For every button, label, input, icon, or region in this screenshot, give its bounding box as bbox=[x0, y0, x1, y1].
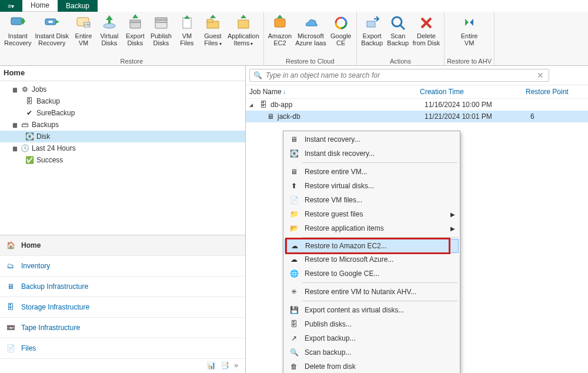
sidebar-tree: ▆⚙Jobs 🗄Backup ✔SureBackup ▆🗃Backups 💽Di… bbox=[0, 81, 245, 168]
clear-search-button[interactable]: ✕ bbox=[536, 71, 545, 80]
cm-restore-vm-files[interactable]: 📄Restore VM files... bbox=[285, 193, 459, 207]
tab-home[interactable]: Home bbox=[22, 0, 58, 12]
cm-instant-disk-recovery[interactable]: 💽Instant disk recovery... bbox=[285, 146, 459, 161]
menu-separator bbox=[302, 301, 457, 301]
vm-icon: 🖥 bbox=[288, 166, 300, 178]
ribbon: Instant Recovery Instant Disk Recovery V… bbox=[0, 12, 588, 66]
history-icon[interactable]: 📑 bbox=[220, 361, 229, 369]
cm-restore-app-items[interactable]: 📂Restore application items▶ bbox=[285, 221, 459, 235]
ribbon-group-label: Restore bbox=[121, 58, 143, 65]
col-creation-time[interactable]: Creation Time bbox=[420, 88, 526, 96]
azure-icon: ☁ bbox=[288, 254, 300, 265]
cm-restore-amazon-ec2[interactable]: ☁Restore to Amazon EC2... bbox=[285, 239, 459, 253]
azure-icon bbox=[302, 14, 319, 32]
chart-icon[interactable]: 📊 bbox=[207, 361, 216, 369]
tree-success[interactable]: ✅Success bbox=[0, 154, 245, 166]
disk-export-icon bbox=[126, 14, 144, 32]
aws-icon: ☁ bbox=[289, 240, 300, 252]
delete-from-disk-button[interactable]: Delete from Disk bbox=[411, 13, 442, 48]
nav-files[interactable]: 📄Files bbox=[0, 338, 245, 359]
sort-asc-icon: ↓ bbox=[283, 89, 286, 95]
export-backup-button[interactable]: Export Backup bbox=[359, 13, 385, 48]
virtual-disks-button[interactable]: Virtual Disks bbox=[96, 13, 122, 48]
tree-backups[interactable]: ▆🗃Backups bbox=[0, 119, 245, 131]
nav-inventory[interactable]: 🗂Inventory bbox=[0, 256, 245, 277]
guest-files-button[interactable]: Guest Files▾ bbox=[200, 13, 226, 49]
svg-rect-23 bbox=[238, 20, 249, 28]
context-menu: 🖥Instant recovery... 💽Instant disk recov… bbox=[283, 131, 460, 373]
entire-vm-button[interactable]: VM Entire VM bbox=[71, 13, 96, 48]
table-row[interactable]: 🖥 jack-db 11/21/2024 10:01 PM 6 bbox=[246, 111, 588, 122]
table-row[interactable]: ◢ 🗄 db-app 11/16/2024 10:00 PM bbox=[246, 99, 588, 111]
svg-text:VM: VM bbox=[84, 23, 89, 26]
vm-files-button[interactable]: VM Files bbox=[174, 13, 200, 48]
row-expander[interactable]: ◢ bbox=[249, 102, 256, 108]
instant-disk-recovery-button[interactable]: Instant Disk Recovery bbox=[33, 13, 70, 48]
vm-item-icon: 🖥 bbox=[266, 112, 275, 121]
disk-publish-icon: 🗄 bbox=[288, 318, 300, 330]
tree-jobs[interactable]: ▆⚙Jobs bbox=[0, 84, 245, 95]
cm-restore-microsoft-azure[interactable]: ☁Restore to Microsoft Azure... bbox=[285, 252, 459, 267]
disk-export-icon: 💾 bbox=[288, 304, 300, 316]
scan-backup-button[interactable]: Scan Backup bbox=[385, 13, 411, 48]
nav-storage-infra[interactable]: 🗄Storage Infrastructure bbox=[0, 297, 245, 318]
cm-instant-recovery[interactable]: 🖥Instant recovery... bbox=[285, 132, 459, 146]
tree-backup-job[interactable]: 🗄Backup bbox=[0, 95, 245, 107]
backup-infra-icon: 🖥 bbox=[5, 281, 16, 292]
cm-restore-entire-vm[interactable]: 🖥Restore entire VM... bbox=[285, 165, 459, 179]
search-input[interactable] bbox=[266, 71, 536, 79]
nutanix-icon: ✳ bbox=[288, 286, 300, 298]
nav-backup-infra[interactable]: 🖥Backup Infrastructure bbox=[0, 277, 245, 297]
folder-icon bbox=[204, 14, 222, 32]
magnifier-icon: 🔍 bbox=[288, 347, 300, 358]
file-icon: 📄 bbox=[288, 194, 300, 206]
google-ce-button[interactable]: Google CE bbox=[328, 13, 354, 48]
nav-expand-icon[interactable]: » bbox=[234, 361, 238, 369]
amazon-ec2-button[interactable]: Amazon EC2 bbox=[266, 13, 293, 48]
disk-publish-icon bbox=[152, 14, 170, 32]
svg-rect-13 bbox=[130, 20, 141, 22]
cm-export-virtual-disks[interactable]: 💾Export content as virtual disks... bbox=[285, 303, 459, 317]
submenu-arrow-icon: ▶ bbox=[450, 211, 455, 218]
instant-recovery-button[interactable]: Instant Recovery bbox=[2, 13, 33, 48]
cm-restore-virtual-disks[interactable]: ⬆Restore virtual disks... bbox=[285, 179, 459, 193]
ribbon-group-label: Actions bbox=[390, 58, 411, 65]
backup-job-icon: 🗄 bbox=[25, 96, 34, 106]
tree-last24[interactable]: ▆🕓Last 24 Hours bbox=[0, 142, 245, 154]
tree-disk[interactable]: 💽Disk bbox=[0, 131, 245, 142]
cm-delete-from-disk[interactable]: 🗑Delete from disk bbox=[285, 359, 459, 373]
app-menu-button[interactable]: ≡▾ bbox=[0, 0, 22, 12]
nutanix-icon bbox=[460, 14, 478, 32]
svg-marker-19 bbox=[184, 15, 190, 19]
nav-tape-infra[interactable]: 📼Tape Infrastructure bbox=[0, 318, 245, 338]
aws-icon bbox=[271, 14, 289, 32]
svg-rect-15 bbox=[155, 22, 167, 28]
files-icon: 📄 bbox=[5, 343, 16, 354]
menu-separator bbox=[302, 162, 457, 163]
submenu-arrow-icon: ▶ bbox=[450, 225, 455, 232]
ribbon-group-label: Restore to Cloud bbox=[286, 58, 335, 65]
search-icon: 🔍 bbox=[253, 71, 262, 79]
publish-disks-button[interactable]: Publish Disks bbox=[148, 13, 174, 48]
application-items-button[interactable]: Application Items▾ bbox=[226, 13, 261, 49]
export-disks-button[interactable]: Export Disks bbox=[122, 13, 148, 48]
tab-backup[interactable]: Backup bbox=[58, 0, 98, 12]
menu-separator bbox=[302, 282, 457, 283]
col-job-name[interactable]: Job Name bbox=[249, 88, 282, 96]
cm-restore-nutanix[interactable]: ✳Restore entire VM to Nutanix AHV... bbox=[285, 285, 459, 299]
export-icon bbox=[363, 14, 381, 32]
cm-publish-disks[interactable]: 🗄Publish disks... bbox=[285, 317, 459, 331]
tree-surebackup[interactable]: ✔SureBackup bbox=[0, 107, 245, 119]
microsoft-azure-button[interactable]: Microsoft Azure Iaas bbox=[293, 13, 328, 48]
entire-vm-ahv-button[interactable]: Entire VM bbox=[456, 13, 482, 48]
cm-export-backup[interactable]: ↗Export backup... bbox=[285, 331, 459, 345]
col-restore-point[interactable]: Restore Point bbox=[526, 88, 584, 96]
nav-home[interactable]: 🏠Home bbox=[0, 235, 245, 256]
svg-marker-5 bbox=[56, 20, 59, 24]
file-icon bbox=[178, 14, 196, 32]
svg-rect-25 bbox=[275, 19, 285, 27]
cm-restore-guest-files[interactable]: 📁Restore guest files▶ bbox=[285, 207, 459, 221]
svg-rect-11 bbox=[108, 20, 111, 24]
cm-scan-backup[interactable]: 🔍Scan backup... bbox=[285, 345, 459, 359]
cm-restore-google-ce[interactable]: 🌐Restore to Google CE... bbox=[285, 267, 459, 281]
